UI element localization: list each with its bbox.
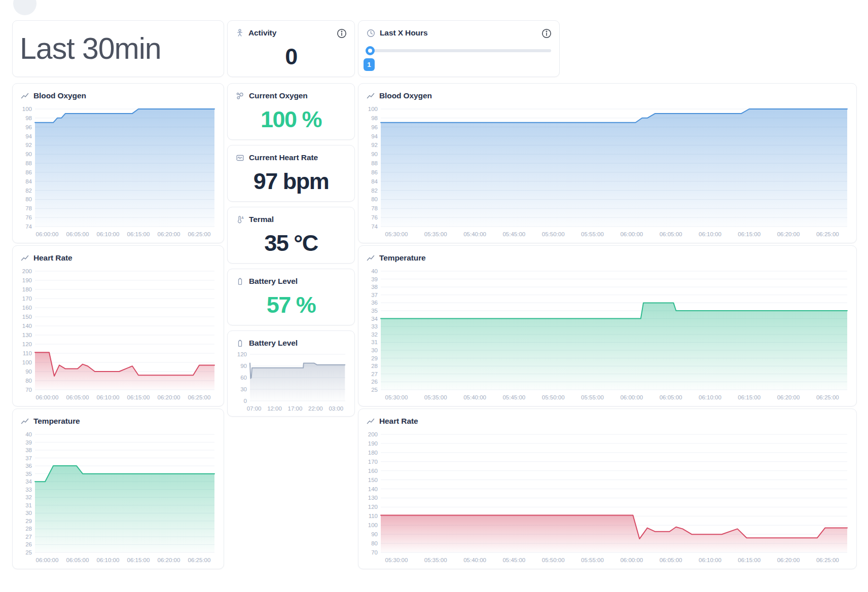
svg-text:06:15:00: 06:15:00 [127, 557, 150, 563]
svg-text:80: 80 [371, 196, 378, 202]
svg-text:120: 120 [368, 504, 378, 510]
svg-text:06:15:00: 06:15:00 [738, 231, 761, 237]
svg-text:110: 110 [369, 513, 378, 519]
svg-text:160: 160 [22, 305, 32, 311]
corner-avatar-button[interactable] [13, 0, 37, 15]
svg-text:39: 39 [25, 439, 32, 446]
activity-value: 0 [285, 44, 297, 70]
chart-title: Temperature [33, 417, 80, 426]
svg-text:06:15:00: 06:15:00 [127, 231, 150, 237]
svg-text:160: 160 [368, 468, 378, 474]
svg-text:05:35:00: 05:35:00 [424, 394, 447, 400]
svg-text:05:45:00: 05:45:00 [502, 231, 525, 237]
svg-text:38: 38 [25, 447, 32, 453]
svg-text:05:35:00: 05:35:00 [424, 557, 447, 563]
hours-slider-handle[interactable] [366, 46, 375, 55]
svg-text:94: 94 [371, 133, 378, 139]
svg-text:170: 170 [22, 295, 32, 302]
svg-text:82: 82 [371, 188, 378, 194]
svg-text:06:25:00: 06:25:00 [188, 394, 211, 400]
info-icon[interactable] [336, 28, 347, 39]
page-title: Last 30min [20, 21, 161, 77]
svg-text:40: 40 [25, 431, 32, 437]
svg-text:05:40:00: 05:40:00 [463, 231, 486, 237]
svg-text:76: 76 [25, 214, 32, 220]
svg-text:05:55:00: 05:55:00 [581, 394, 604, 400]
svg-text:39: 39 [371, 276, 378, 282]
svg-text:190: 190 [368, 440, 378, 447]
svg-text:06:15:00: 06:15:00 [738, 557, 761, 563]
svg-text:06:05:00: 06:05:00 [660, 557, 682, 563]
svg-text:36: 36 [25, 463, 32, 469]
svg-text:78: 78 [25, 205, 32, 211]
svg-text:06:25:00: 06:25:00 [188, 231, 211, 237]
svg-text:22:00: 22:00 [308, 405, 323, 412]
hours-slider-track[interactable] [367, 49, 551, 52]
chart-card-header: Blood Oxygen [358, 84, 856, 103]
svg-text:17:00: 17:00 [288, 405, 303, 412]
svg-text:05:30:00: 05:30:00 [385, 394, 408, 400]
info-icon[interactable] [541, 28, 552, 39]
svg-text:06:25:00: 06:25:00 [816, 394, 839, 400]
svg-text:100: 100 [368, 522, 378, 528]
svg-text:140: 140 [22, 323, 32, 329]
svg-text:06:05:00: 06:05:00 [66, 557, 89, 563]
svg-text:92: 92 [25, 142, 32, 148]
svg-text:37: 37 [371, 292, 378, 298]
battery-icon [236, 339, 244, 348]
svg-text:33: 33 [371, 323, 378, 329]
oxygen-molecule-icon [236, 92, 244, 100]
svg-text:35: 35 [25, 471, 32, 477]
heart-rate-hours-chart: 2001901801701601501401301201101009080700… [363, 430, 851, 566]
stat-card-header: A Termal [228, 207, 354, 227]
svg-text:07:00: 07:00 [247, 405, 262, 412]
heart-rate-hours-card: Heart Rate 20019018017016015014013012011… [358, 409, 857, 569]
svg-text:26: 26 [371, 379, 378, 385]
svg-text:06:20:00: 06:20:00 [158, 394, 180, 400]
chart-card-header: Battery Level [228, 331, 354, 351]
svg-text:06:10:00: 06:10:00 [699, 557, 721, 563]
battery-history-chart: 120906030007:0012:0017:0022:0003:00 [232, 350, 349, 414]
svg-text:74: 74 [371, 224, 378, 230]
svg-text:82: 82 [25, 188, 32, 194]
current-oxygen-card: Current Oxygen 100 % [227, 83, 355, 140]
blood-oxygen-hours-card: Blood Oxygen 100989694929088868482807876… [358, 83, 857, 243]
current-heart-rate-value: 97 bpm [254, 168, 329, 195]
svg-text:28: 28 [371, 363, 378, 369]
hours-slider-value-badge: 1 [364, 58, 375, 71]
svg-text:06:00:00: 06:00:00 [620, 231, 643, 237]
svg-text:31: 31 [371, 339, 378, 345]
svg-text:06:00:00: 06:00:00 [36, 557, 59, 563]
svg-text:06:20:00: 06:20:00 [158, 557, 180, 563]
svg-text:94: 94 [25, 133, 32, 139]
svg-text:35: 35 [371, 308, 378, 314]
svg-text:90: 90 [371, 531, 378, 537]
svg-text:30: 30 [25, 510, 32, 516]
svg-text:88: 88 [25, 160, 32, 166]
trend-line-icon [367, 92, 375, 100]
svg-text:06:00:00: 06:00:00 [36, 394, 59, 400]
svg-text:06:20:00: 06:20:00 [158, 231, 180, 237]
svg-text:38: 38 [371, 284, 378, 290]
svg-text:05:45:00: 05:45:00 [502, 394, 525, 400]
svg-text:40: 40 [371, 268, 378, 274]
blood-oxygen-hours-chart: 1009896949290888684828078767405:30:0005:… [363, 105, 851, 240]
svg-text:06:05:00: 06:05:00 [66, 394, 89, 400]
chart-card-header: Temperature [13, 409, 224, 429]
svg-text:88: 88 [371, 160, 378, 166]
stat-title: Current Heart Rate [249, 153, 318, 162]
svg-text:37: 37 [25, 455, 32, 461]
svg-text:06:10:00: 06:10:00 [699, 394, 721, 400]
svg-text:06:00:00: 06:00:00 [36, 231, 59, 237]
stat-card-header: Current Oxygen [228, 84, 354, 103]
trend-line-icon [21, 254, 29, 262]
svg-text:34: 34 [25, 478, 32, 485]
stat-card-header: Battery Level [228, 269, 354, 289]
svg-text:180: 180 [368, 450, 378, 456]
svg-text:84: 84 [371, 178, 378, 184]
stat-title: Battery Level [249, 277, 298, 286]
svg-text:190: 190 [22, 277, 32, 283]
thermometer-icon: A [236, 215, 244, 224]
svg-text:92: 92 [371, 142, 378, 148]
svg-text:06:15:00: 06:15:00 [738, 394, 761, 400]
